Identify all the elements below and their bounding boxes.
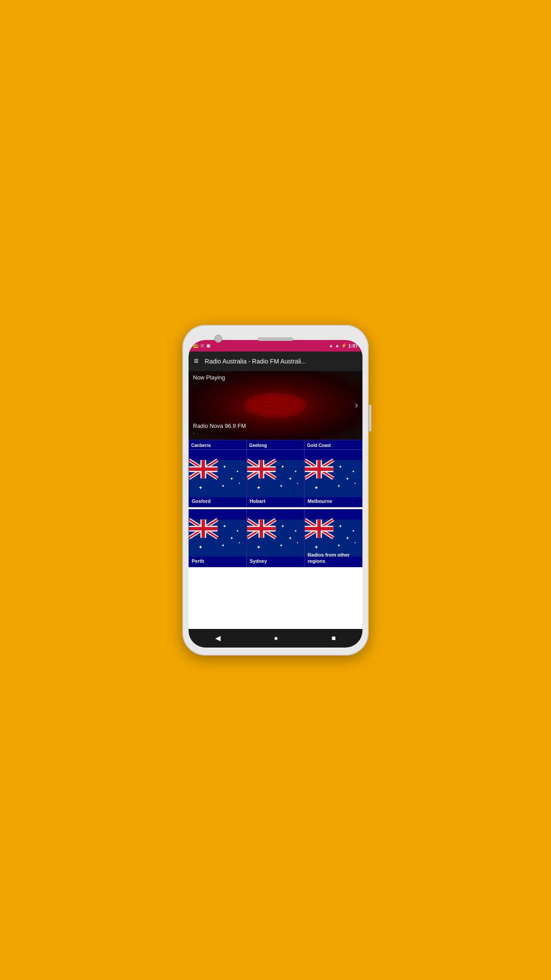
- svg-text:✦: ✦: [238, 541, 240, 544]
- svg-rect-15: [189, 467, 217, 471]
- battery-status-icon: ⚡: [341, 343, 346, 348]
- svg-text:✦: ✦: [346, 536, 350, 541]
- city-item-perth[interactable]: ✦ ✦ ✦ ✦ ✦ ✦ Perth: [189, 509, 247, 567]
- svg-rect-47: [305, 467, 333, 471]
- svg-text:✦: ✦: [352, 469, 355, 473]
- svg-text:✦: ✦: [314, 485, 319, 490]
- svg-text:✦: ✦: [338, 464, 342, 469]
- city-label-canberra: Canberra: [191, 443, 211, 448]
- svg-text:✦: ✦: [354, 541, 356, 544]
- city-item-other-regions[interactable]: ✦ ✦ ✦ ✦ ✦ ✦ Radios from other regions: [304, 509, 362, 567]
- recents-button[interactable]: ■: [323, 632, 345, 644]
- city-item-canberra-partial[interactable]: Canberra: [189, 440, 247, 450]
- svg-text:✦: ✦: [230, 536, 233, 541]
- phone-volume-button: [369, 405, 371, 431]
- status-icons-left: 📻 ⊙ ▣: [193, 343, 210, 348]
- city-label-geelong: Geelong: [249, 443, 267, 448]
- svg-text:✦: ✦: [236, 469, 239, 473]
- signal-status-icon: ▲: [335, 343, 339, 348]
- phone-screen: 📻 ⊙ ▣ ▲ ▲ ⚡ 1:07 ≡ Radio Australia - Rad…: [189, 340, 362, 648]
- city-item-melbourne[interactable]: ✦ ✦ ✦ ✦ ✦ ✦ Melbourne: [304, 450, 362, 508]
- svg-text:✦: ✦: [221, 543, 225, 548]
- svg-text:✦: ✦: [198, 545, 203, 550]
- station-name: Radio Nova 96.9 FM: [193, 423, 246, 429]
- svg-text:✦: ✦: [338, 524, 342, 529]
- svg-text:✦: ✦: [288, 536, 291, 541]
- svg-point-1: [249, 396, 302, 414]
- svg-text:✦: ✦: [238, 481, 240, 484]
- svg-text:✦: ✦: [279, 484, 283, 488]
- svg-text:✦: ✦: [352, 529, 355, 533]
- svg-text:✦: ✦: [236, 529, 239, 533]
- city-item-geelong-partial[interactable]: Geelong: [247, 440, 305, 450]
- city-label-melbourne: Melbourne: [307, 498, 332, 504]
- svg-text:✦: ✦: [346, 476, 350, 481]
- sim-status-icon: ▣: [206, 343, 210, 348]
- toolbar: ≡ Radio Australia - Radio FM Australi...: [189, 352, 362, 371]
- svg-text:✦: ✦: [280, 524, 284, 529]
- phone-camera: [214, 335, 222, 343]
- svg-text:✦: ✦: [198, 485, 203, 490]
- circle-status-icon: ⊙: [201, 343, 204, 348]
- toolbar-title: Radio Australia - Radio FM Australi...: [205, 358, 307, 365]
- city-item-gosford[interactable]: ✦ ✦ ✦ ✦ ✦ ✦ Gosford: [189, 450, 247, 508]
- svg-text:✦: ✦: [279, 543, 283, 548]
- svg-text:✦: ✦: [296, 541, 298, 544]
- svg-rect-95: [305, 527, 333, 530]
- svg-text:✦: ✦: [280, 464, 284, 469]
- city-item-goldcoast-partial[interactable]: Gold Coast: [304, 440, 362, 450]
- status-bar: 📻 ⊙ ▣ ▲ ▲ ⚡ 1:07: [189, 340, 362, 352]
- menu-button[interactable]: ≡: [194, 356, 199, 366]
- svg-text:✦: ✦: [338, 543, 341, 548]
- svg-text:✦: ✦: [288, 476, 291, 481]
- phone-speaker: [258, 337, 293, 341]
- home-button[interactable]: ●: [265, 632, 287, 644]
- svg-rect-79: [247, 527, 276, 530]
- city-label-gosford: Gosford: [192, 498, 211, 504]
- city-label-perth: Perth: [192, 558, 204, 564]
- next-button[interactable]: ›: [355, 399, 358, 411]
- status-time: 1:07: [348, 343, 358, 348]
- svg-text:✦: ✦: [354, 481, 356, 484]
- svg-text:✦: ✦: [296, 481, 298, 484]
- nav-bar: ◀ ● ■: [189, 629, 362, 648]
- svg-rect-63: [189, 527, 217, 530]
- svg-text:✦: ✦: [230, 476, 233, 481]
- svg-text:✦: ✦: [294, 469, 297, 473]
- now-playing-section[interactable]: Now Playing › Radio: [189, 371, 362, 440]
- phone-frame: 📻 ⊙ ▣ ▲ ▲ ⚡ 1:07 ≡ Radio Australia - Rad…: [182, 325, 369, 656]
- svg-text:✦: ✦: [223, 524, 226, 529]
- svg-text:✦: ✦: [294, 529, 297, 533]
- city-item-hobart[interactable]: ✦ ✦ ✦ ✦ ✦ ✦ Hobart: [247, 450, 305, 508]
- city-label-other-regions: Radios from other regions: [307, 552, 362, 564]
- city-label-sydney: Sydney: [250, 558, 267, 564]
- city-label-goldcoast: Gold Coast: [307, 443, 331, 448]
- now-playing-label: Now Playing: [189, 371, 229, 383]
- wifi-status-icon: ▲: [329, 343, 333, 348]
- svg-text:✦: ✦: [223, 464, 226, 469]
- radio-graphic: [240, 390, 311, 421]
- svg-text:✦: ✦: [314, 545, 319, 550]
- svg-text:✦: ✦: [221, 484, 225, 488]
- svg-rect-31: [247, 467, 276, 471]
- back-button[interactable]: ◀: [206, 632, 229, 644]
- radio-status-icon: 📻: [193, 343, 198, 348]
- svg-text:✦: ✦: [256, 485, 260, 490]
- status-icons-right: ▲ ▲ ⚡ 1:07: [329, 343, 358, 348]
- city-label-hobart: Hobart: [250, 498, 265, 504]
- city-grid: Canberra Geelong Gold Coast: [189, 440, 362, 629]
- svg-text:✦: ✦: [256, 545, 260, 550]
- city-item-sydney[interactable]: ✦ ✦ ✦ ✦ ✦ ✦ Sydney: [247, 509, 305, 567]
- station-sub: -: [193, 430, 195, 435]
- svg-text:✦: ✦: [338, 484, 341, 488]
